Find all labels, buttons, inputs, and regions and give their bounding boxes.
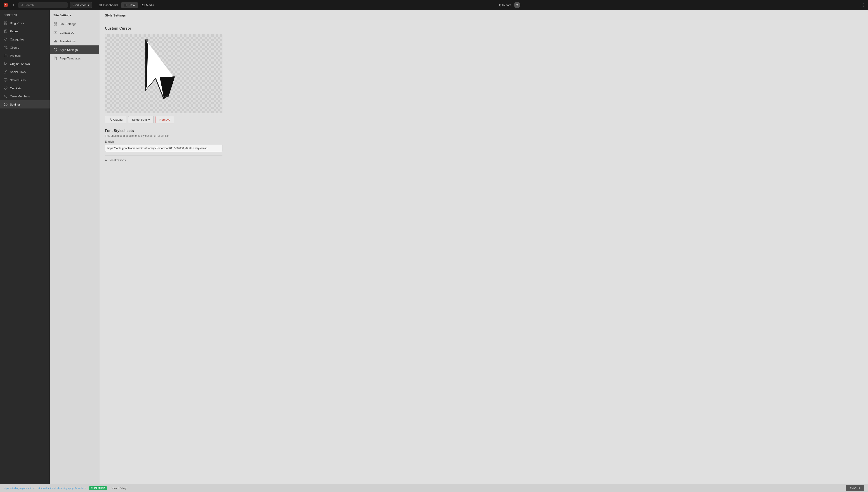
sidebar: Content Blog Posts Pages [0, 10, 50, 492]
sidebar-item-settings[interactable]: Settings [0, 100, 50, 108]
svg-rect-43 [145, 39, 148, 42]
save-button[interactable]: SAVED [846, 485, 864, 491]
svg-point-29 [5, 104, 6, 105]
avatar: V [514, 2, 520, 8]
panel-item-site-settings[interactable]: Site Settings [50, 20, 99, 28]
svg-rect-45 [172, 76, 175, 78]
svg-rect-9 [125, 4, 126, 6]
svg-rect-34 [54, 40, 55, 41]
top-nav: Dashboard Desk Media [96, 2, 157, 8]
sidebar-item-clients[interactable]: Clients [0, 43, 50, 51]
updated-text: Updated 6d ago [109, 487, 127, 490]
svg-rect-5 [101, 4, 101, 5]
original-shows-icon [4, 62, 8, 66]
production-selector[interactable]: Production ▾ [70, 2, 92, 8]
contact-us-icon [53, 30, 57, 34]
our-pets-icon [4, 86, 8, 90]
sidebar-item-stored-files[interactable]: Stored Files [0, 76, 50, 84]
clients-icon [4, 45, 8, 49]
more-options[interactable]: ⋮ [861, 2, 865, 7]
svg-rect-10 [126, 4, 127, 6]
style-settings-icon [53, 48, 57, 52]
search-box[interactable] [18, 2, 68, 8]
sidebar-item-crew-members[interactable]: Crew Members [0, 92, 50, 100]
svg-rect-25 [4, 79, 7, 81]
svg-rect-31 [56, 23, 57, 24]
panel-item-style-settings[interactable]: Style Settings [50, 45, 99, 54]
published-badge: PUBLISHED [89, 486, 107, 490]
svg-rect-23 [4, 55, 7, 57]
sidebar-header: Content [0, 14, 50, 19]
up-to-date-status: Up to date [498, 3, 511, 7]
sidebar-item-our-pets[interactable]: Our Pets [0, 84, 50, 92]
panel-item-page-templates[interactable]: Page Templates [50, 54, 99, 63]
site-settings-panel: Site Settings Site Settings Contact Us [50, 10, 99, 492]
font-stylesheets-section: Font Stylesheets This should be a google… [105, 129, 222, 165]
svg-point-12 [142, 4, 143, 5]
svg-rect-32 [54, 24, 55, 25]
add-button[interactable]: + [11, 2, 16, 8]
page-templates-icon [53, 56, 57, 60]
svg-rect-35 [56, 40, 57, 41]
svg-rect-15 [4, 23, 5, 24]
localizations-row[interactable]: ▶ Localizations [105, 155, 222, 165]
main-header: Style Settings [99, 10, 868, 21]
nav-dashboard[interactable]: Dashboard [96, 2, 121, 8]
svg-rect-7 [99, 5, 100, 6]
svg-marker-24 [4, 63, 6, 65]
font-stylesheets-title: Font Stylesheets [105, 129, 222, 133]
svg-rect-8 [124, 4, 125, 6]
settings-icon [4, 102, 8, 106]
sidebar-item-social-links[interactable]: Social Links [0, 68, 50, 76]
main-layout: Content Blog Posts Pages [0, 10, 868, 492]
svg-rect-6 [101, 5, 101, 6]
categories-icon [4, 37, 8, 41]
style-content: Custom Cursor [99, 21, 868, 170]
sidebar-item-pages[interactable]: Pages [0, 27, 50, 35]
sidebar-item-original-shows[interactable]: Original Shows [0, 60, 50, 68]
svg-point-22 [4, 46, 6, 47]
sidebar-item-projects[interactable]: Projects [0, 51, 50, 60]
svg-rect-47 [168, 95, 169, 97]
svg-rect-30 [54, 23, 55, 24]
svg-rect-46 [163, 97, 165, 99]
svg-rect-4 [99, 4, 100, 5]
cursor-image [105, 34, 222, 113]
pages-icon [4, 29, 8, 33]
svg-rect-44 [146, 40, 146, 41]
upload-button[interactable]: Upload [105, 116, 126, 123]
projects-icon [4, 54, 8, 58]
svg-point-28 [4, 95, 6, 96]
site-settings-header: Site Settings [50, 14, 99, 20]
blog-posts-icon [4, 21, 8, 25]
app-logo[interactable] [3, 2, 9, 8]
svg-rect-36 [54, 41, 57, 42]
sidebar-item-blog-posts[interactable]: Blog Posts [0, 19, 50, 27]
stored-files-icon [4, 78, 8, 82]
svg-line-3 [22, 5, 23, 6]
dashboard-icon [99, 3, 102, 6]
english-label: English [105, 140, 222, 143]
font-stylesheets-desc: This should be a google fonts stylesheet… [105, 134, 222, 138]
remove-button[interactable]: Remove [155, 116, 174, 123]
localizations-arrow: ▶ [105, 159, 107, 162]
url-bar: https://studio.yvspaceship.website/produ… [4, 487, 86, 490]
desk-icon [124, 3, 127, 6]
custom-cursor-title: Custom Cursor [105, 26, 863, 30]
search-input[interactable] [24, 3, 65, 7]
nav-desk[interactable]: Desk [121, 2, 138, 8]
main-content: Style Settings Custom Cursor [99, 10, 868, 492]
select-from-button[interactable]: Select from ▾ [128, 116, 154, 123]
sidebar-item-categories[interactable]: Categories [0, 35, 50, 43]
svg-rect-14 [6, 22, 7, 23]
svg-rect-33 [56, 24, 57, 25]
panel-item-translations[interactable]: Translations [50, 37, 99, 45]
status-bar: https://studio.yvspaceship.website/produ… [0, 484, 868, 492]
social-links-icon [4, 70, 8, 74]
localizations-label: Localizations [109, 158, 126, 162]
panel-item-contact-us[interactable]: Contact Us [50, 28, 99, 37]
topbar-right: Up to date V [498, 2, 520, 8]
english-font-input[interactable] [105, 145, 222, 152]
nav-media[interactable]: Media [139, 2, 157, 8]
upload-icon [109, 118, 112, 121]
